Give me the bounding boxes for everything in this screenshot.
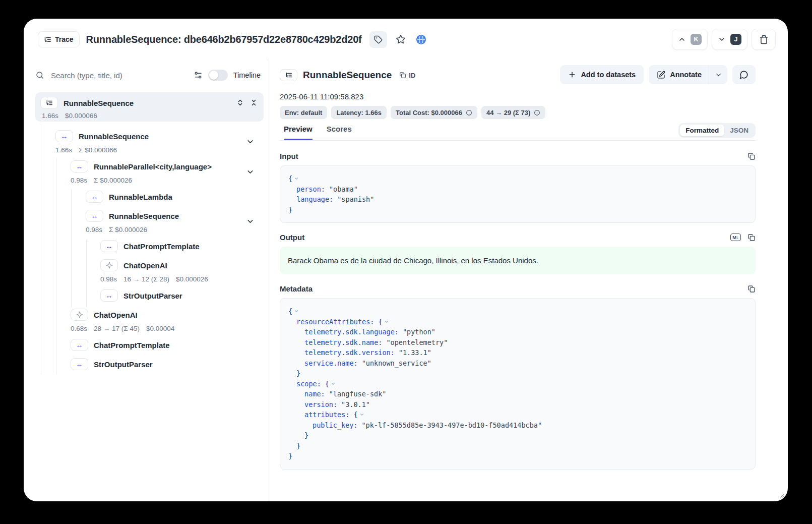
resize-grip[interactable] xyxy=(778,492,784,498)
copy-icon[interactable] xyxy=(747,152,756,160)
tree-item[interactable]: ↔ RunnableParallel<city,language> 0.98s … xyxy=(35,159,264,185)
output-section-title: Output xyxy=(280,233,304,242)
trace-type-badge: Trace xyxy=(38,31,80,47)
tree-item-duration: 1.66s xyxy=(42,112,58,120)
tree-item-cost: $0.000066 xyxy=(65,112,97,120)
collapse-chevron-icon[interactable] xyxy=(294,309,299,314)
collapse-all-icon[interactable] xyxy=(250,99,258,106)
filter-settings-icon[interactable] xyxy=(194,71,203,80)
publish-button[interactable] xyxy=(414,32,428,46)
arrows-left-right-icon: ↔ xyxy=(76,163,83,170)
tree-item[interactable]: ↔ StrOutputParser xyxy=(35,288,264,303)
tree-item-label: StrOutputParser xyxy=(123,292,182,300)
collapse-chevron-icon[interactable] xyxy=(246,217,255,226)
env-badge: Env: default xyxy=(280,106,327,119)
collapse-chevron-icon[interactable] xyxy=(359,412,364,417)
delete-trace-button[interactable] xyxy=(752,29,776,50)
tree-item-duration: 0.98s xyxy=(71,177,87,184)
collapse-chevron-icon[interactable] xyxy=(246,168,255,177)
annotate-dropdown-button[interactable] xyxy=(709,65,727,84)
tree-item-duration: 0.68s xyxy=(71,325,87,332)
sparkle-icon xyxy=(76,311,83,318)
span-type-badge: ↔ xyxy=(55,130,73,142)
token-usage-badge[interactable]: 44 → 29 (Σ 73) xyxy=(481,106,545,119)
tree-item[interactable]: ↔ RunnableSequence 0.98s Σ $0.000026 xyxy=(35,208,264,235)
total-cost-badge[interactable]: Total Cost: $0.000066 xyxy=(391,106,477,119)
output-text: Barack Obama es de la ciudad de Chicago,… xyxy=(280,247,756,274)
list-tree-icon xyxy=(285,72,292,79)
comments-button[interactable] xyxy=(732,65,756,84)
span-type-badge: ↔ xyxy=(71,358,88,370)
annotate-split-button: Annotate xyxy=(649,65,727,84)
trace-timestamp: 2025-06-11 11:09:58.823 xyxy=(280,92,756,101)
tree-item-label: RunnableParallel<city,language> xyxy=(94,162,212,171)
format-json[interactable]: JSON xyxy=(724,125,754,136)
keyboard-shortcut-j: J xyxy=(730,34,741,45)
tree-item[interactable]: ↔ ChatPromptTemplate xyxy=(35,239,264,254)
app-window: Trace RunnableSequence: dbe646b2b67957d2… xyxy=(24,19,788,501)
collapse-chevron-icon[interactable] xyxy=(246,138,255,146)
prev-trace-button[interactable]: K xyxy=(672,29,708,50)
arrows-left-right-icon: ↔ xyxy=(91,193,98,200)
tree-item-cost: $0.000026 xyxy=(176,275,208,283)
tree-item[interactable]: ChatOpenAI 0.98s 16 → 12 (Σ 28) $0.00002… xyxy=(35,258,264,284)
span-type-badge: ↔ xyxy=(86,210,103,222)
trace-badges: Env: default Latency: 1.66s Total Cost: … xyxy=(280,106,756,119)
tree-item[interactable]: ChatOpenAI 0.68s 28 → 17 (Σ 45) $0.00004 xyxy=(35,307,264,333)
bookmark-star-button[interactable] xyxy=(394,32,408,46)
copy-id-button[interactable]: ID xyxy=(399,72,415,79)
tree-item-cost: $0.00004 xyxy=(146,325,174,332)
keyboard-shortcut-k: K xyxy=(691,34,702,45)
collapse-chevron-icon[interactable] xyxy=(294,176,299,181)
tree-item[interactable]: ↔ ChatPromptTemplate xyxy=(35,337,264,353)
generation-type-badge xyxy=(71,309,88,321)
span-type-badge: ↔ xyxy=(71,160,88,172)
latency-badge: Latency: 1.66s xyxy=(331,106,387,119)
copy-icon[interactable] xyxy=(747,285,756,293)
tree-item-label: ChatOpenAI xyxy=(123,261,167,270)
tree-item[interactable]: ↔ RunnableSequence 1.66s Σ $0.000066 xyxy=(35,129,264,155)
tree-item-cost: Σ $0.000026 xyxy=(109,226,147,234)
add-to-datasets-button[interactable]: Add to datasets xyxy=(560,65,644,84)
tags-button[interactable] xyxy=(369,31,387,48)
tree-item-tokens: 16 → 12 (Σ 28) xyxy=(123,275,169,283)
star-icon xyxy=(396,34,406,44)
tab-preview[interactable]: Preview xyxy=(284,125,313,140)
trace-type-badge xyxy=(280,69,297,81)
add-to-datasets-label: Add to datasets xyxy=(581,71,636,79)
tree-item-duration: 0.98s xyxy=(86,226,102,234)
timeline-toggle[interactable] xyxy=(208,70,228,81)
next-trace-button[interactable]: J xyxy=(712,29,747,50)
tab-scores[interactable]: Scores xyxy=(327,125,352,140)
annotate-button[interactable]: Annotate xyxy=(649,65,709,84)
tree-item-label: RunnableSequence xyxy=(64,99,134,107)
tree-root-item-selected[interactable]: RunnableSequence 1.66s $0.000066 xyxy=(35,92,264,122)
markdown-toggle-icon[interactable]: M↓ xyxy=(730,234,741,241)
tree-item-label: ChatPromptTemplate xyxy=(94,341,170,350)
pencil-square-icon xyxy=(657,71,665,79)
search-input[interactable] xyxy=(50,71,188,80)
search-icon xyxy=(35,71,44,80)
expand-all-icon[interactable] xyxy=(236,99,244,106)
collapse-chevron-icon[interactable] xyxy=(331,381,336,386)
arrows-left-right-icon: ↔ xyxy=(106,292,113,299)
tree-item[interactable]: ↔ StrOutputParser xyxy=(35,357,264,372)
span-type-badge: ↔ xyxy=(86,191,103,203)
app-header: Trace RunnableSequence: dbe646b2b67957d2… xyxy=(38,28,776,51)
collapse-chevron-icon[interactable] xyxy=(384,319,389,324)
tree-item[interactable]: ↔ RunnableLambda xyxy=(35,189,264,204)
detail-tabs-row: Preview Scores Formatted JSON xyxy=(280,123,756,141)
format-formatted[interactable]: Formatted xyxy=(680,125,724,136)
trace-badge-label: Trace xyxy=(55,35,74,43)
chevron-down-icon xyxy=(715,71,722,79)
output-section: Output M↓ Barack Obama es de la ciudad d… xyxy=(280,233,756,274)
tree-item-label: ChatPromptTemplate xyxy=(123,242,200,251)
span-tree: RunnableSequence 1.66s $0.000066 xyxy=(35,92,264,372)
input-json-viewer: { person:"obama" language:"spanish" } xyxy=(280,165,756,223)
copy-icon[interactable] xyxy=(747,234,756,242)
chevron-down-icon xyxy=(718,35,726,43)
arrows-left-right-icon: ↔ xyxy=(106,243,113,250)
tree-item-duration: 1.66s xyxy=(55,146,72,154)
metadata-section-title: Metadata xyxy=(280,284,313,293)
generation-type-badge xyxy=(100,259,118,271)
